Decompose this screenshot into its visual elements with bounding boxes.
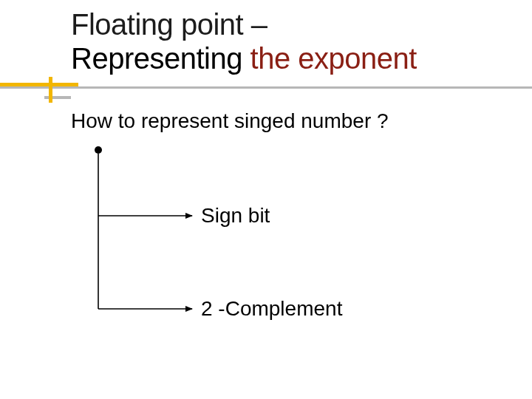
title-underline-yellow bbox=[0, 83, 78, 86]
option-two-complement: 2 -Complement bbox=[201, 297, 342, 321]
slide: Floating point – Representing the expone… bbox=[0, 0, 532, 399]
title-line1: Floating point – bbox=[71, 8, 267, 41]
title-line2-prefix: Representing bbox=[71, 42, 250, 75]
title-line2-highlight: the exponent bbox=[250, 42, 417, 75]
deco-tick-vertical bbox=[49, 77, 52, 103]
slide-title: Floating point – Representing the expone… bbox=[71, 7, 514, 75]
title-underline-grey bbox=[0, 86, 532, 89]
question-text: How to represent singed number ? bbox=[71, 109, 389, 133]
option-sign-bit: Sign bit bbox=[201, 204, 270, 228]
bullet-icon bbox=[95, 146, 102, 154]
